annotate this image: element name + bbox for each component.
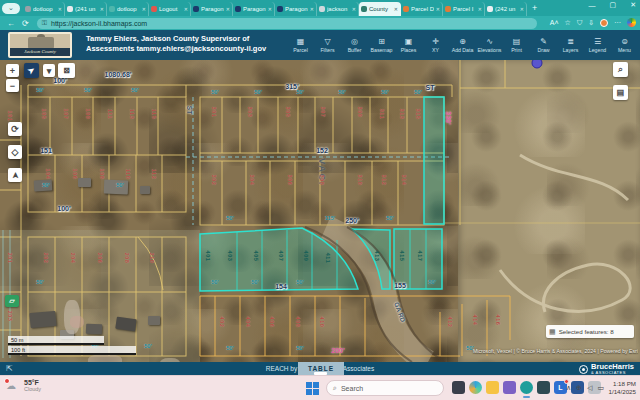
dev-app[interactable] (537, 381, 550, 394)
toolbar-add-data[interactable]: ⊕Add Data (449, 31, 476, 59)
map-canvas[interactable]: 100'1080.68'315'ST151152100'250'15415520… (0, 60, 640, 362)
tray-network-icon[interactable]: ⊕ (576, 384, 582, 392)
tab-close-icon[interactable]: ✕ (100, 6, 104, 12)
toolbar-basemap[interactable]: ⊞Basemap (368, 31, 395, 59)
tab-close-icon[interactable]: ✕ (58, 6, 62, 12)
toolbar-parcel[interactable]: ▦Parcel (287, 31, 314, 59)
map-label: 310 (357, 175, 363, 186)
tab-favicon (235, 6, 241, 12)
tab-search-button[interactable]: ⌄ (2, 3, 20, 14)
refresh-icon[interactable]: ⟳ (22, 19, 29, 28)
toolbar-print[interactable]: ▤Print (503, 31, 530, 59)
selected-features-badge[interactable]: ▦ Selected features: 8 (546, 325, 634, 338)
zoom-in-button[interactable]: + (6, 64, 19, 77)
map-label: 110 (125, 169, 131, 180)
browser-tab-8[interactable]: County✕ (359, 2, 401, 16)
logo-caption: Jackson County (10, 48, 70, 56)
tab-strip: dotloop✕(241 un✕dotloop✕Logout✕Paragon✕P… (23, 0, 527, 16)
tab-close-icon[interactable]: ✕ (142, 6, 146, 12)
toolbar-filters[interactable]: ▽Filters (314, 31, 341, 59)
taskbar-clock[interactable]: 1:18 PM 1/14/2025 (608, 380, 636, 396)
teams-app[interactable] (503, 381, 516, 394)
tab-close-icon[interactable]: ✕ (310, 6, 314, 12)
select-tool-button[interactable]: ➤ (24, 63, 39, 78)
tab-close-icon[interactable]: ✕ (184, 6, 188, 12)
browser-tab-2[interactable]: dotloop✕ (107, 2, 149, 16)
url-input[interactable]: ⚿ https://jackson-il.bhamaps.com (37, 18, 537, 29)
downloads-icon[interactable]: ⇩ (588, 19, 594, 27)
photos-app[interactable] (452, 381, 465, 394)
measure-button[interactable]: ▱ (5, 295, 19, 307)
tab-favicon (109, 6, 115, 12)
browser-tab-11[interactable]: (242 un✕ (485, 2, 527, 16)
map-label: 330' (445, 111, 452, 124)
window-maximize-button[interactable]: ▢ (610, 1, 617, 9)
file-explorer-app[interactable] (486, 381, 499, 394)
window-minimize-button[interactable]: — (589, 2, 596, 9)
toolbar-menu[interactable]: ⊜Menu (611, 31, 638, 59)
tab-close-icon[interactable]: ✕ (436, 6, 440, 12)
browser-tab-5[interactable]: Paragon✕ (233, 2, 275, 16)
tab-favicon (361, 6, 367, 12)
tab-close-icon[interactable]: ✕ (268, 6, 272, 12)
browser-tab-9[interactable]: Parcel D✕ (401, 2, 443, 16)
browser-tab-0[interactable]: dotloop✕ (23, 2, 65, 16)
house (115, 317, 136, 332)
toolbar-draw[interactable]: ✎Draw (530, 31, 557, 59)
tab-close-icon[interactable]: ✕ (520, 6, 524, 12)
tray-chevron-icon[interactable]: ∧ (566, 384, 571, 392)
toolbar-buffer[interactable]: ◎Buffer (341, 31, 368, 59)
tab-close-icon[interactable]: ✕ (478, 6, 482, 12)
default-extent-button[interactable]: ◇ (8, 145, 22, 159)
map-label: 50' (296, 345, 304, 351)
map-panel-button[interactable]: ▤ (613, 85, 628, 100)
tray-volume-icon[interactable]: ◁ (587, 384, 592, 392)
tool-label: Add Data (452, 47, 474, 53)
settings-menu-icon[interactable]: ⋯ (614, 19, 621, 27)
browser-app[interactable] (520, 381, 533, 394)
new-tab-button[interactable]: + (532, 3, 537, 13)
tab-close-icon[interactable]: ✕ (394, 6, 398, 12)
map-attribution: Microsoft, Vexcel | © Bruce Harris & Ass… (473, 348, 638, 354)
system-tray: ∧⊕◁▭ (566, 384, 604, 392)
back-icon[interactable]: ← (7, 19, 15, 28)
compass-button[interactable]: ➤ (8, 168, 22, 182)
edge-swirl-app[interactable] (469, 381, 482, 394)
window-close-button[interactable]: ✕ (630, 1, 636, 9)
toolbar-xy[interactable]: ✛XY (422, 31, 449, 59)
map-label: 415 (399, 251, 405, 262)
profile-avatar[interactable] (600, 19, 608, 27)
select-options-caret[interactable]: ▾ (43, 64, 55, 77)
taskbar-search-input[interactable]: ⌕ Search (326, 380, 444, 396)
toolbar-places[interactable]: ▣Places (395, 31, 422, 59)
map-label: 104 (45, 169, 51, 180)
windows-start-button[interactable] (306, 382, 319, 395)
browser-tab-1[interactable]: (241 un✕ (65, 2, 107, 16)
tab-close-icon[interactable]: ✕ (226, 6, 230, 12)
favorite-icon[interactable]: ☆ (565, 19, 571, 27)
collections-icon[interactable]: ⛉ (577, 19, 582, 27)
map-label: 314 (401, 175, 407, 186)
edge-logo[interactable] (627, 18, 636, 27)
browser-tab-7[interactable]: jackson✕ (317, 2, 359, 16)
toolbar-layers[interactable]: ≣Layers (557, 31, 584, 59)
browser-tab-4[interactable]: Paragon✕ (191, 2, 233, 16)
tray-battery-icon[interactable]: ▭ (597, 384, 604, 392)
toolbar-legend[interactable]: ☰Legend (584, 31, 611, 59)
zoom-out-button[interactable]: − (6, 79, 19, 92)
map-search-button[interactable]: ⌕ (613, 62, 628, 77)
map-label: 50' (254, 89, 262, 95)
extent-refresh-button[interactable]: ⟳ (8, 122, 22, 136)
tab-close-icon[interactable]: ✕ (352, 6, 356, 12)
weather-widget[interactable]: ☁ 55°F Cloudy (6, 379, 41, 392)
map-label: 301 (211, 107, 217, 118)
elevations-icon: ∿ (486, 37, 493, 46)
tool-label: Elevations (478, 47, 502, 53)
toolbar-elevations[interactable]: ∿Elevations (476, 31, 503, 59)
clear-selection-button[interactable]: ⊠ (58, 63, 75, 78)
browser-tab-10[interactable]: Parcel I✕ (443, 2, 485, 16)
read-aloud-icon[interactable]: A˄ (550, 19, 559, 26)
ground-patch (70, 316, 84, 328)
browser-tab-3[interactable]: Logout✕ (149, 2, 191, 16)
browser-tab-6[interactable]: Paragon✕ (275, 2, 317, 16)
